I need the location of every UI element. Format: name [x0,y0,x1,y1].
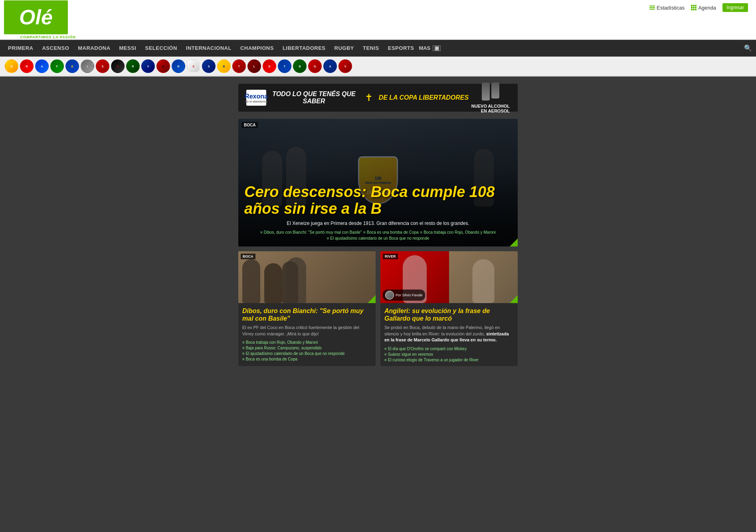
nav-esports[interactable]: ESPORTS [384,40,418,57]
nav-tenis[interactable]: TENIS [359,40,383,57]
article2-author-badge: Por Silvio Favale [383,290,425,301]
article2-tag: RIVER [383,254,398,259]
article1-tag: BOCA [241,254,255,259]
team-badge[interactable]: T [278,59,291,73]
hero-link-1[interactable]: Dibos, duro con Bianchi: "Se portó muy m… [260,230,362,234]
header-right: Estadísticas Agenda Ingresar [92,0,752,39]
article2-title: Angileri: su evolución y la frase de Gal… [384,307,514,322]
teams-row: R R A F B I S C R V N R C S B T L E T B … [0,57,756,77]
team-badge[interactable]: N [156,59,170,73]
nav-rugby[interactable]: RUGBY [331,40,358,57]
team-badge[interactable]: A [323,59,337,73]
ad-left: Rexona No te abandones [246,90,266,106]
team-badge[interactable]: B [217,59,231,73]
article1-link-3[interactable]: El ajustadísimo calendario de un Boca qu… [242,351,372,356]
nav-libertadores[interactable]: LIBERTADORES [279,40,330,57]
ad-right-text: NUEVO ALCOHOL EN AEROSOL [471,104,510,113]
nav-champions[interactable]: CHAMPIONS [236,40,278,57]
article-angileri-image: RIVER Por Silvio Favale [380,251,518,303]
estadisticas-icon [649,6,655,10]
nav-more-box: ▣ [433,45,441,51]
nav-messi[interactable]: MESSI [115,40,141,57]
main-content: 108 AÑOS EN PRIMERA 13.820 DÍAS BOCA Cer… [238,119,518,366]
team-badge[interactable]: S [202,59,216,73]
article1-title: Dibos, duro con Bianchi: "Se portó muy m… [242,307,372,322]
nav-primera[interactable]: PRIMERA [4,40,37,57]
logo-text: Olé [19,7,53,28]
article2-desc-text: Se probó en Boca, debutó de la mano de P… [384,325,500,336]
team-badge[interactable]: F [50,59,64,73]
team-badge[interactable]: R [172,59,185,73]
nav-seleccion[interactable]: SELECCIÓN [141,40,181,57]
estadisticas-label: Estadísticas [657,5,685,11]
article1-desc: El ex PF del Coco en Boca criticó fuerte… [242,325,372,337]
hero-link-2[interactable]: Boca es una bomba de Copa [363,230,418,234]
team-badge[interactable]: C [187,59,200,73]
team-badge[interactable]: G [308,59,322,73]
article2-content: Angileri: su evolución y la frase de Gal… [380,303,518,366]
hero-link-4[interactable]: El ajustadísimo calendario de un Boca qu… [327,236,429,240]
ad-divider: ✝ [365,92,373,103]
article1-link-2[interactable]: Baja para Russo: Campuzano, suspendido [242,346,372,350]
top-links: Estadísticas Agenda Ingresar [92,3,752,12]
hero-title: Cero descensos: Boca cumple 108 años sin… [244,184,512,217]
team-badge[interactable]: I [81,59,94,73]
hero-link-3[interactable]: Boca trabaja con Rojo, Obando y Maroni [420,230,496,234]
article2-link-1[interactable]: El día que D'Onofrio se comparó con Mick… [384,347,514,351]
nav-more[interactable]: MAS ▣ [419,45,441,51]
article1-link-1[interactable]: Boca trabaja con Rojo, Obando y Maroni [242,340,372,345]
article1-content: Dibos, duro con Bianchi: "Se portó muy m… [238,303,376,365]
rexona-brand: Rexona No te abandones [246,90,266,106]
ad-rexona-logo: Rexona No te abandones [246,90,266,106]
author-name: Por Silvio Favale [396,293,423,297]
team-badge[interactable]: E [263,59,276,73]
article-dibos[interactable]: BOCA Dibos, duro con Bianchi: "Se portó … [238,251,376,366]
agenda-icon [691,5,697,10]
logo-container: Olé COMPARTIMOS LA PASIÓN [4,0,92,39]
article2-link-2[interactable]: Suárez sigue en veremos [384,352,514,357]
article1-links: Boca trabaja con Rojo, Obando y Maroni B… [242,340,372,361]
ad-right: NUEVO ALCOHOL EN AEROSOL [471,83,510,113]
hero-subtitle: El Xeneize juega en Primera desde 1913. … [244,221,512,226]
article2-link-3[interactable]: El curioso elogio de Traverso a un jugad… [384,358,514,362]
team-badge[interactable]: V [141,59,155,73]
author-avatar [385,291,394,299]
article2-links: El día que D'Onofrio se comparó con Mick… [384,347,514,362]
agenda-label: Agenda [698,5,716,11]
team-badge[interactable]: C [111,59,125,73]
ad-text: TODO LO QUE TENÉS QUE SABER [266,91,362,105]
logo-image[interactable]: Olé [4,0,68,34]
team-badge[interactable]: T [232,59,246,73]
team-badge[interactable]: S [96,59,109,73]
team-badge[interactable]: A [35,59,49,73]
nav-maradona[interactable]: MARADONA [74,40,114,57]
team-badge[interactable]: R [20,59,34,73]
header: Olé COMPARTIMOS LA PASIÓN Estadísticas A… [0,0,756,40]
nav-search-button[interactable]: 🔍 [744,44,752,52]
bottle-icon [482,83,490,100]
team-badge[interactable]: V [338,59,352,73]
team-badge[interactable]: R [126,59,140,73]
estadisticas-link[interactable]: Estadísticas [649,5,685,11]
nav-ascenso[interactable]: ASCENSO [38,40,73,57]
team-badge[interactable]: L [247,59,261,73]
bottle-icon [491,83,499,99]
team-badge[interactable]: R [5,59,18,73]
main-nav: PRIMERA ASCENSO MARADONA MESSI SELECCIÓN… [0,40,756,57]
article1-link-4[interactable]: Boca es una bomba de Copa [242,357,372,361]
article2-desc: Se probó en Boca, debutó de la mano de P… [384,325,514,343]
hero-article[interactable]: 108 AÑOS EN PRIMERA 13.820 DÍAS BOCA Cer… [238,119,518,246]
team-badge[interactable]: B [293,59,307,73]
ad-banner[interactable]: Rexona No te abandones TODO LO QUE TENÉS… [238,84,518,112]
agenda-link[interactable]: Agenda [691,5,716,11]
nav-more-label: MAS [419,45,430,51]
logo-tagline: COMPARTIMOS LA PASIÓN [4,35,92,39]
ingresar-button[interactable]: Ingresar [722,3,748,12]
hero-inner: Cero descensos: Boca cumple 108 años sin… [238,119,518,246]
sub-articles-row: BOCA Dibos, duro con Bianchi: "Se portó … [238,251,518,366]
nav-internacional[interactable]: INTERNACIONAL [182,40,236,57]
team-badge[interactable]: B [65,59,79,73]
article-dibos-image: BOCA [238,251,376,303]
article-angileri[interactable]: RIVER Por Silvio Favale Angileri: su evo… [380,251,518,366]
ad-text2: DE LA COPA LIBERTADORES [376,94,471,101]
